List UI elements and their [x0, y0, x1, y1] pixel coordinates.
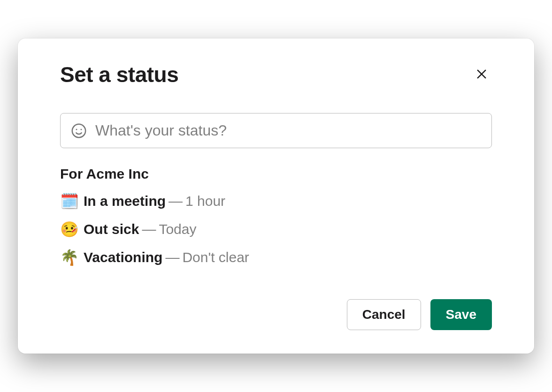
svg-point-2: [72, 124, 85, 137]
close-button[interactable]: [471, 64, 492, 86]
palm-tree-icon: 🌴: [60, 249, 84, 266]
preset-out-sick[interactable]: 🤒 Out sick — Today: [60, 220, 492, 238]
modal-title: Set a status: [60, 62, 178, 87]
cancel-button[interactable]: Cancel: [347, 299, 421, 330]
set-status-modal: Set a status For Acme Inc 🗓️ In a me: [18, 38, 534, 354]
modal-footer: Cancel Save: [60, 299, 492, 330]
preset-vacationing[interactable]: 🌴 Vacationing — Don't clear: [60, 249, 492, 266]
preset-label: Out sick: [84, 221, 139, 237]
preset-separator: —: [165, 249, 179, 265]
preset-label: Vacationing: [84, 249, 162, 265]
calendar-icon: 🗓️: [60, 192, 84, 210]
preset-in-a-meeting[interactable]: 🗓️ In a meeting — 1 hour: [60, 192, 492, 210]
smiley-icon[interactable]: [71, 123, 87, 139]
preset-duration: Today: [159, 221, 196, 237]
preset-label: In a meeting: [84, 193, 166, 209]
svg-point-3: [76, 128, 77, 130]
sick-face-icon: 🤒: [60, 220, 84, 238]
svg-point-4: [81, 128, 82, 130]
preset-separator: —: [142, 221, 156, 237]
modal-header: Set a status: [60, 62, 492, 87]
close-icon: [475, 68, 488, 82]
preset-separator: —: [169, 193, 183, 209]
preset-duration: 1 hour: [185, 193, 225, 209]
save-button[interactable]: Save: [430, 299, 492, 330]
workspace-label: For Acme Inc: [60, 166, 492, 182]
status-input[interactable]: [95, 122, 481, 139]
status-input-container[interactable]: [60, 113, 492, 148]
preset-duration: Don't clear: [182, 249, 249, 265]
preset-list: 🗓️ In a meeting — 1 hour 🤒 Out sick — To…: [60, 192, 492, 266]
